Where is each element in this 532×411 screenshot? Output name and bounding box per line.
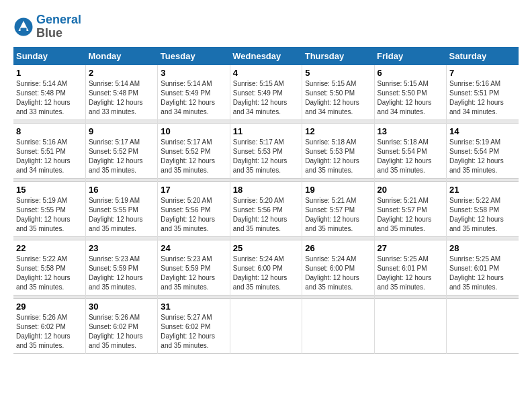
day-number: 10 [161,126,226,136]
day-number: 7 [449,68,516,78]
day-number: 14 [449,126,516,136]
weekday-header-monday: Monday [85,47,157,65]
weekday-header-tuesday: Tuesday [158,47,230,65]
calendar-cell: 30 Sunrise: 5:26 AMSunset: 6:02 PMDaylig… [85,298,157,353]
day-info: Sunrise: 5:15 AMSunset: 5:49 PMDaylight:… [233,80,287,116]
day-info: Sunrise: 5:20 AMSunset: 5:56 PMDaylight:… [161,197,215,232]
day-number: 26 [305,243,371,253]
calendar-cell: 9 Sunrise: 5:17 AMSunset: 5:52 PMDayligh… [85,123,157,178]
day-number: 5 [305,68,371,78]
calendar-cell: 6 Sunrise: 5:15 AMSunset: 5:50 PMDayligh… [374,65,446,120]
day-number: 19 [305,185,371,195]
weekday-header-row: SundayMondayTuesdayWednesdayThursdayFrid… [13,47,519,65]
calendar-cell: 16 Sunrise: 5:19 AMSunset: 5:55 PMDaylig… [85,181,157,236]
calendar-cell: 14 Sunrise: 5:19 AMSunset: 5:54 PMDaylig… [447,123,519,178]
logo-icon [13,17,34,37]
calendar-cell: 13 Sunrise: 5:18 AMSunset: 5:54 PMDaylig… [374,123,446,178]
logo: GeneralBlue [13,13,81,40]
calendar-cell: 15 Sunrise: 5:19 AMSunset: 5:55 PMDaylig… [13,181,85,236]
svg-rect-2 [21,28,27,32]
day-number: 4 [233,68,299,78]
day-info: Sunrise: 5:21 AMSunset: 5:57 PMDaylight:… [378,197,432,232]
calendar-table: SundayMondayTuesdayWednesdayThursdayFrid… [13,47,519,354]
calendar-cell [447,298,519,353]
day-number: 3 [161,68,226,78]
day-info: Sunrise: 5:19 AMSunset: 5:55 PMDaylight:… [89,197,143,232]
day-info: Sunrise: 5:18 AMSunset: 5:53 PMDaylight:… [305,138,359,174]
calendar-cell: 12 Sunrise: 5:18 AMSunset: 5:53 PMDaylig… [302,123,374,178]
calendar-cell: 26 Sunrise: 5:24 AMSunset: 6:00 PMDaylig… [302,240,374,295]
day-info: Sunrise: 5:17 AMSunset: 5:52 PMDaylight:… [161,138,215,174]
calendar-cell: 31 Sunrise: 5:27 AMSunset: 6:02 PMDaylig… [158,298,230,353]
calendar-cell: 5 Sunrise: 5:15 AMSunset: 5:50 PMDayligh… [302,65,374,120]
calendar-week-row: 1 Sunrise: 5:14 AMSunset: 5:48 PMDayligh… [13,65,519,120]
day-info: Sunrise: 5:22 AMSunset: 5:58 PMDaylight:… [449,197,504,232]
calendar-cell: 27 Sunrise: 5:25 AMSunset: 6:01 PMDaylig… [374,240,446,295]
calendar-cell: 11 Sunrise: 5:17 AMSunset: 5:53 PMDaylig… [230,123,302,178]
calendar-cell: 7 Sunrise: 5:16 AMSunset: 5:51 PMDayligh… [447,65,519,120]
day-number: 17 [161,185,226,195]
day-info: Sunrise: 5:18 AMSunset: 5:54 PMDaylight:… [378,138,432,174]
day-number: 1 [16,68,83,78]
day-info: Sunrise: 5:17 AMSunset: 5:53 PMDaylight:… [233,138,287,174]
calendar-cell [302,298,374,353]
day-number: 27 [378,243,443,253]
day-number: 9 [89,126,154,136]
day-number: 28 [449,243,516,253]
day-number: 31 [161,302,226,312]
calendar-week-row: 22 Sunrise: 5:22 AMSunset: 5:58 PMDaylig… [13,240,519,295]
day-number: 21 [449,185,516,195]
calendar-cell: 29 Sunrise: 5:26 AMSunset: 6:02 PMDaylig… [13,298,85,353]
day-info: Sunrise: 5:14 AMSunset: 5:49 PMDaylight:… [161,80,215,116]
day-info: Sunrise: 5:21 AMSunset: 5:57 PMDaylight:… [305,197,359,232]
calendar-cell: 1 Sunrise: 5:14 AMSunset: 5:48 PMDayligh… [13,65,85,120]
day-info: Sunrise: 5:15 AMSunset: 5:50 PMDaylight:… [305,80,359,116]
day-info: Sunrise: 5:16 AMSunset: 5:51 PMDaylight:… [449,80,504,116]
day-info: Sunrise: 5:20 AMSunset: 5:56 PMDaylight:… [233,197,287,232]
calendar-cell: 8 Sunrise: 5:16 AMSunset: 5:51 PMDayligh… [13,123,85,178]
day-number: 29 [16,302,83,312]
calendar-cell: 2 Sunrise: 5:14 AMSunset: 5:48 PMDayligh… [85,65,157,120]
day-info: Sunrise: 5:17 AMSunset: 5:52 PMDaylight:… [89,138,143,174]
day-number: 12 [305,126,371,136]
calendar-cell: 20 Sunrise: 5:21 AMSunset: 5:57 PMDaylig… [374,181,446,236]
day-number: 2 [89,68,154,78]
calendar-cell [374,298,446,353]
calendar-cell: 3 Sunrise: 5:14 AMSunset: 5:49 PMDayligh… [158,65,230,120]
calendar-cell: 18 Sunrise: 5:20 AMSunset: 5:56 PMDaylig… [230,181,302,236]
day-number: 11 [233,126,299,136]
day-number: 25 [233,243,299,253]
day-info: Sunrise: 5:23 AMSunset: 5:59 PMDaylight:… [161,255,215,291]
day-number: 22 [16,243,83,253]
day-info: Sunrise: 5:25 AMSunset: 6:01 PMDaylight:… [378,255,432,291]
day-number: 18 [233,185,299,195]
day-number: 6 [378,68,443,78]
weekday-header-friday: Friday [374,47,446,65]
calendar-cell: 24 Sunrise: 5:23 AMSunset: 5:59 PMDaylig… [158,240,230,295]
day-info: Sunrise: 5:26 AMSunset: 6:02 PMDaylight:… [16,314,71,349]
day-number: 23 [89,243,154,253]
calendar-cell: 19 Sunrise: 5:21 AMSunset: 5:57 PMDaylig… [302,181,374,236]
day-number: 13 [378,126,443,136]
calendar-cell [230,298,302,353]
calendar-cell: 21 Sunrise: 5:22 AMSunset: 5:58 PMDaylig… [447,181,519,236]
calendar-week-row: 15 Sunrise: 5:19 AMSunset: 5:55 PMDaylig… [13,181,519,236]
calendar-cell: 4 Sunrise: 5:15 AMSunset: 5:49 PMDayligh… [230,65,302,120]
day-number: 16 [89,185,154,195]
day-info: Sunrise: 5:24 AMSunset: 6:00 PMDaylight:… [305,255,359,291]
calendar-week-row: 29 Sunrise: 5:26 AMSunset: 6:02 PMDaylig… [13,298,519,353]
day-number: 15 [16,185,83,195]
calendar-cell: 10 Sunrise: 5:17 AMSunset: 5:52 PMDaylig… [158,123,230,178]
weekday-header-sunday: Sunday [13,47,85,65]
day-info: Sunrise: 5:27 AMSunset: 6:02 PMDaylight:… [161,314,215,349]
calendar-cell: 23 Sunrise: 5:23 AMSunset: 5:59 PMDaylig… [85,240,157,295]
weekday-header-thursday: Thursday [302,47,374,65]
day-number: 8 [16,126,83,136]
day-info: Sunrise: 5:19 AMSunset: 5:55 PMDaylight:… [16,197,71,232]
day-number: 24 [161,243,226,253]
day-info: Sunrise: 5:23 AMSunset: 5:59 PMDaylight:… [89,255,143,291]
calendar-cell: 17 Sunrise: 5:20 AMSunset: 5:56 PMDaylig… [158,181,230,236]
page-header: GeneralBlue [13,13,519,40]
calendar-cell: 28 Sunrise: 5:25 AMSunset: 6:01 PMDaylig… [447,240,519,295]
day-info: Sunrise: 5:22 AMSunset: 5:58 PMDaylight:… [16,255,71,291]
